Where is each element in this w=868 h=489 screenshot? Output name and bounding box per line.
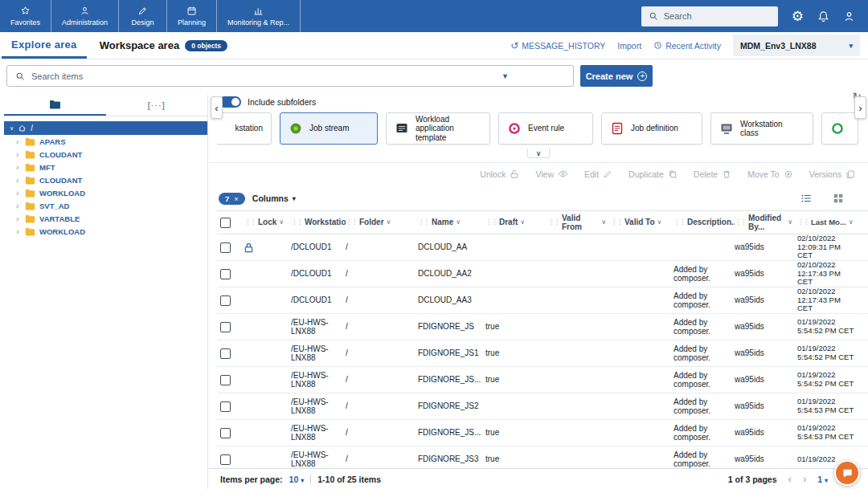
card-job-stream[interactable]: Job stream	[280, 112, 378, 145]
unlock-action[interactable]: Unlock	[480, 169, 519, 179]
sort-caret-icon[interactable]: ∨	[279, 218, 284, 226]
engine-selector[interactable]: MDM_Env3_LNX88 ▾	[733, 35, 860, 56]
next-page-button[interactable]: ›	[803, 473, 806, 485]
cards-scroll-right-button[interactable]: ›	[854, 96, 866, 119]
row-checkbox[interactable]	[220, 295, 231, 306]
chevron-right-icon[interactable]: ›	[16, 176, 21, 185]
cell-name[interactable]: FDIGNORE_JS2	[418, 401, 485, 411]
sort-caret-icon[interactable]: ∨	[849, 218, 854, 226]
tree-folder-item[interactable]: › MFT	[4, 161, 207, 173]
chevron-right-icon[interactable]: ›	[16, 202, 21, 210]
card-workstation-class[interactable]: Workstation class	[710, 112, 813, 145]
table-row[interactable]: /EU-HWS-LNX88 / FDIGNORE_JS... true Adde…	[217, 420, 868, 446]
sidebar-tab-list[interactable]: [···]	[106, 95, 208, 116]
import-link[interactable]: Import	[617, 41, 641, 51]
table-row[interactable]: /EU-HWS-LNX88 / FDIGNORE_JS true Added b…	[217, 314, 868, 340]
chevron-right-icon[interactable]: ›	[16, 189, 21, 198]
card-workstation[interactable]: kstation	[217, 112, 272, 145]
row-checkbox[interactable]	[220, 428, 231, 438]
drag-handle-icon[interactable]: ⋮⋮	[291, 218, 302, 226]
select-all-checkbox[interactable]	[220, 218, 231, 228]
sort-caret-icon[interactable]: ∨	[456, 218, 461, 226]
columns-dropdown[interactable]: Columns ▾	[252, 194, 296, 203]
settings-gear-icon[interactable]: ⚙	[792, 10, 804, 23]
column-header-last-modified[interactable]: ⋮⋮Last Mo...∨	[797, 218, 862, 227]
user-avatar-icon[interactable]	[843, 10, 855, 22]
recent-activity-link[interactable]: Recent Activity	[653, 41, 721, 51]
drag-handle-icon[interactable]: ⋮⋮	[548, 218, 559, 226]
chevron-right-icon[interactable]: ›	[16, 137, 21, 146]
card-workload-application-template[interactable]: Workload application template	[386, 112, 490, 145]
card-partial[interactable]	[821, 112, 858, 145]
row-checkbox[interactable]	[220, 269, 231, 279]
row-checkbox[interactable]	[220, 348, 231, 359]
sort-caret-icon[interactable]: ∨	[788, 218, 792, 226]
cards-scroll-left-button[interactable]: ‹	[211, 96, 223, 119]
page-dropdown[interactable]: 1 ▾	[817, 475, 828, 484]
column-header-modified-by[interactable]: ⋮⋮Modified By...∨	[735, 214, 797, 232]
chevron-down-icon[interactable]: ∨	[10, 125, 14, 132]
card-event-rule[interactable]: Event rule	[498, 112, 593, 145]
cell-name[interactable]: FDIGNORE_JS3	[418, 454, 485, 464]
tree-root-item[interactable]: ∨ /	[4, 121, 207, 135]
cell-name[interactable]: DCLOUD_AA2	[418, 269, 485, 279]
grid-view-icon[interactable]	[833, 193, 844, 204]
column-header-valid-to[interactable]: ⋮⋮Valid To∨	[611, 218, 674, 227]
tab-explore-area[interactable]: Explore area	[2, 32, 87, 59]
column-header-name[interactable]: ⋮⋮Name∨	[418, 218, 485, 227]
drag-handle-icon[interactable]: ⋮⋮	[346, 218, 357, 226]
nav-item-design[interactable]: Design	[119, 0, 167, 32]
previous-page-button[interactable]: ‹	[788, 473, 792, 485]
edit-action[interactable]: Edit	[584, 169, 612, 179]
tree-folder-item[interactable]: › CLOUDANT	[4, 173, 207, 186]
card-job-definition[interactable]: Job definition	[601, 112, 702, 145]
nav-item-planning[interactable]: Planning	[167, 0, 217, 32]
table-row[interactable]: /DCLOUD1 / DCLOUD_AA3 Added by composer.…	[217, 287, 868, 314]
search-items-input[interactable]	[31, 71, 465, 81]
tree-folder-item[interactable]: › WORKLOAD	[4, 186, 207, 199]
delete-action[interactable]: Delete	[694, 169, 731, 179]
global-search-input[interactable]	[664, 11, 760, 21]
column-header-description[interactable]: ⋮⋮Description...∨	[674, 218, 735, 227]
drag-handle-icon[interactable]: ⋮⋮	[797, 218, 809, 226]
close-icon[interactable]: ×	[234, 194, 239, 203]
sort-caret-icon[interactable]: ∨	[520, 218, 525, 226]
versions-action[interactable]: Versions	[809, 169, 855, 179]
column-header-valid-from[interactable]: ⋮⋮Valid From∨	[548, 214, 611, 232]
row-checkbox[interactable]	[220, 322, 231, 332]
move-to-action[interactable]: Move To	[747, 169, 793, 179]
table-row[interactable]: /DCLOUD1 / DCLOUD_AA2 Added by composer.…	[217, 261, 868, 287]
tree-folder-item[interactable]: › APARS	[4, 135, 207, 148]
chevron-down-icon[interactable]: ▼	[502, 72, 509, 80]
nav-item-monitoring[interactable]: Monitoring & Rep...	[217, 0, 301, 32]
chevron-right-icon[interactable]: ›	[16, 150, 21, 159]
row-checkbox[interactable]	[220, 242, 231, 253]
drag-handle-icon[interactable]: ⋮⋮	[611, 218, 622, 226]
cell-name[interactable]: FDIGNORE_JS...	[418, 428, 485, 438]
drag-handle-icon[interactable]: ⋮⋮	[485, 218, 497, 226]
tree-folder-item[interactable]: › VARTABLE	[4, 212, 207, 225]
sort-caret-icon[interactable]: ∨	[657, 218, 662, 226]
sort-caret-icon[interactable]: ∨	[601, 218, 606, 226]
drag-handle-icon[interactable]: ⋮⋮	[418, 218, 429, 226]
cell-name[interactable]: FDIGNORE_JS...	[418, 375, 485, 385]
search-items-field[interactable]: ▼	[6, 65, 574, 87]
cell-name[interactable]: DCLOUD_AA	[418, 242, 485, 252]
nav-item-administration[interactable]: Administration	[51, 0, 119, 32]
items-per-page-dropdown[interactable]: 10 ▾	[289, 475, 305, 484]
chat-support-button[interactable]	[834, 460, 860, 486]
cards-expand-button[interactable]: ∨	[527, 149, 550, 158]
chevron-right-icon[interactable]: ›	[16, 163, 21, 172]
column-header-workstation[interactable]: ⋮⋮Workstation...∨	[291, 218, 346, 227]
cell-name[interactable]: DCLOUD_AA3	[418, 295, 485, 305]
nav-item-favorites[interactable]: Favorites	[0, 0, 51, 32]
table-row[interactable]: /EU-HWS-LNX88 / FDIGNORE_JS2 Added by co…	[217, 393, 868, 420]
column-header-draft[interactable]: ⋮⋮Draft∨	[485, 218, 548, 227]
column-header-lock[interactable]: ⋮⋮Lock∨	[244, 218, 291, 227]
column-header-folder[interactable]: ⋮⋮Folder∨	[346, 218, 418, 227]
sidebar-tab-folders[interactable]	[4, 95, 106, 116]
row-checkbox[interactable]	[220, 454, 231, 465]
global-search-field[interactable]	[641, 6, 778, 26]
notifications-bell-icon[interactable]	[817, 10, 829, 22]
tree-folder-item[interactable]: › SVT_AD	[4, 199, 207, 212]
